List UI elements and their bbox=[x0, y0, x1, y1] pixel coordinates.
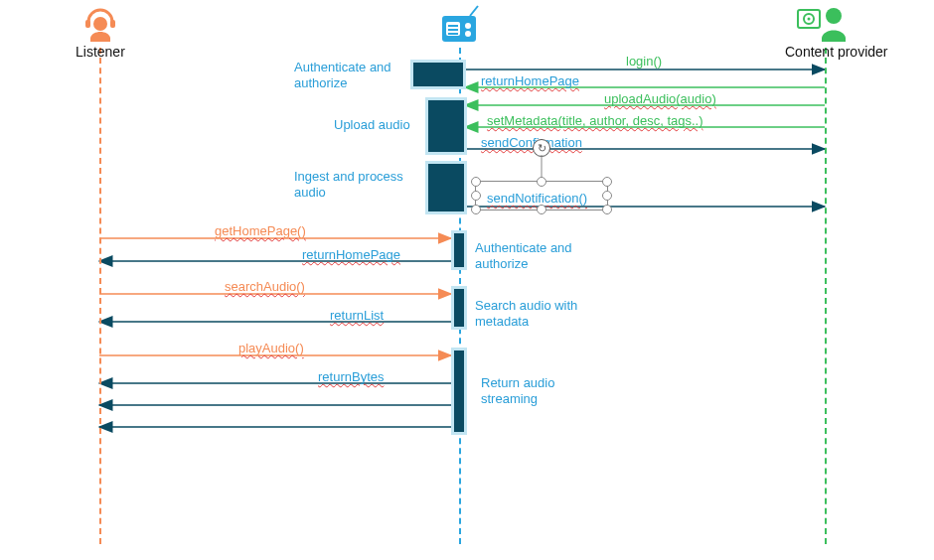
activation-ingest bbox=[425, 161, 467, 214]
msg-searchAudio: searchAudio() bbox=[225, 279, 305, 294]
svg-rect-3 bbox=[442, 16, 476, 42]
note-upload: Upload audio bbox=[334, 117, 410, 133]
msg-returnList: returnList bbox=[330, 308, 384, 323]
svg-line-10 bbox=[470, 6, 478, 16]
msg-setMetadata: setMetadata(title, author, desc, tags..) bbox=[487, 113, 703, 128]
svg-rect-5 bbox=[448, 25, 458, 27]
msg-getHomePage: getHomePage() bbox=[215, 223, 306, 238]
svg-point-13 bbox=[808, 18, 811, 21]
svg-rect-7 bbox=[448, 33, 458, 35]
svg-rect-4 bbox=[446, 22, 460, 36]
actor-provider-label: Content provider bbox=[785, 44, 888, 60]
svg-rect-11 bbox=[798, 10, 820, 28]
activation-upload bbox=[425, 97, 467, 155]
msg-returnHomePage2: returnHomePage bbox=[302, 247, 400, 262]
svg-rect-6 bbox=[448, 29, 458, 31]
svg-point-12 bbox=[804, 14, 814, 24]
msg-playAudio: playAudio() bbox=[238, 341, 304, 355]
msg-uploadAudio: uploadAudio(audio) bbox=[604, 91, 716, 106]
note-ingest: Ingest and processaudio bbox=[294, 169, 403, 200]
note-search: Search audio withmetadata bbox=[475, 298, 577, 329]
svg-rect-1 bbox=[85, 20, 90, 28]
msg-sendConfirmation: sendConfirmation bbox=[481, 135, 582, 150]
svg-rect-2 bbox=[110, 20, 115, 28]
msg-returnHomePage1: returnHomePage bbox=[481, 73, 579, 88]
note-stream: Return audiostreaming bbox=[481, 375, 554, 406]
sel-handle-bc[interactable] bbox=[537, 205, 546, 214]
msg-login: login() bbox=[626, 54, 662, 69]
note-auth1: Authenticate andauthorize bbox=[294, 60, 391, 90]
activation-search bbox=[451, 286, 467, 330]
svg-point-14 bbox=[826, 8, 842, 24]
diagram-svg bbox=[0, 0, 934, 560]
activation-auth2 bbox=[451, 230, 467, 270]
svg-point-0 bbox=[93, 17, 107, 31]
sel-handle-ml[interactable] bbox=[471, 191, 481, 201]
sel-handle-mr[interactable] bbox=[602, 191, 612, 201]
note-auth2: Authenticate andauthorize bbox=[475, 240, 572, 271]
svg-point-8 bbox=[465, 23, 471, 29]
sel-handle-bl[interactable] bbox=[471, 205, 481, 214]
sel-handle-tc[interactable] bbox=[537, 177, 546, 187]
sel-handle-br[interactable] bbox=[602, 205, 612, 214]
lifeline-provider bbox=[825, 48, 827, 544]
actor-listener-label: Listener bbox=[76, 44, 125, 60]
activation-auth1 bbox=[410, 60, 466, 89]
lifeline-listener bbox=[99, 48, 101, 544]
msg-returnBytes: returnBytes bbox=[318, 369, 384, 384]
sel-handle-tl[interactable] bbox=[471, 177, 481, 187]
svg-point-9 bbox=[465, 31, 471, 37]
activation-stream bbox=[451, 348, 467, 435]
sel-handle-tr[interactable] bbox=[602, 177, 612, 187]
